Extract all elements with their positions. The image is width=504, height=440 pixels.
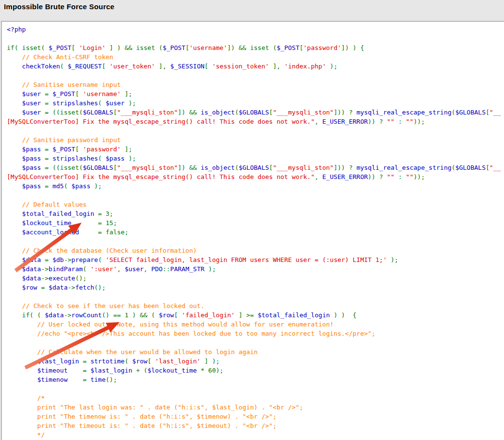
code-token: = false; xyxy=(79,228,129,236)
code-token: = xyxy=(79,358,90,365)
code-token: + ( xyxy=(132,367,147,374)
code-line xyxy=(7,384,504,393)
code-token: [ xyxy=(269,164,273,171)
code-token xyxy=(7,90,22,98)
code-token: ); xyxy=(125,99,136,107)
code-token: (); xyxy=(106,376,117,383)
code-token xyxy=(7,146,22,153)
code-token: = 15; xyxy=(71,219,117,227)
code-token: $_REQUEST xyxy=(67,63,101,70)
code-line: // Default values xyxy=(7,200,504,209)
code-token xyxy=(7,265,22,273)
code-token: = ((isset( xyxy=(41,109,83,116)
code-token: $GLOBALS xyxy=(238,164,269,171)
code-token: ]) && isset ( xyxy=(227,44,277,51)
code-token: -> xyxy=(41,275,49,282)
code-token: [ xyxy=(486,109,489,116)
code-line: $user = ((isset($GLOBALS["___mysqli_ston… xyxy=(7,108,504,117)
code-line: // Check the database (Check user inform… xyxy=(7,246,504,255)
code-token: ); xyxy=(387,256,398,263)
code-token: // Check the database (Check user inform… xyxy=(7,247,197,254)
code-token: "___mysqli_ston" xyxy=(273,109,334,116)
code-token: = xyxy=(67,367,90,374)
code-token: ( xyxy=(60,63,68,70)
code-token: time xyxy=(90,376,105,383)
code-token: stripslashes xyxy=(52,155,98,162)
code-token: $pass xyxy=(22,182,41,190)
code-token: $_POST xyxy=(49,44,71,51)
code-token xyxy=(7,275,22,282)
code-token: ( xyxy=(452,164,455,171)
source-code: <?php if( isset( $_POST[ 'Login' ] ) && … xyxy=(2,22,504,440)
code-line: checkToken( $_REQUEST[ 'user_token' ], $… xyxy=(7,62,504,71)
code-token: $_SESSION xyxy=(170,63,204,70)
code-line: $pass = $_POST[ 'password' ]; xyxy=(7,145,504,154)
code-line: $timenow = time(); xyxy=(7,375,504,384)
code-token: $GLOBALS xyxy=(83,109,114,116)
code-token: // Sanitise username input xyxy=(7,81,121,88)
code-token: $total_failed_login xyxy=(258,311,330,319)
code-token: ( xyxy=(125,358,133,365)
code-token xyxy=(7,256,22,263)
code-line: $data->bindParam( ':user', $user, PDO::P… xyxy=(7,264,504,274)
code-token: "" xyxy=(387,118,395,125)
code-token: $GLOBALS xyxy=(83,164,114,171)
code-token: prepare xyxy=(71,256,98,263)
code-token: $GLOBALS xyxy=(238,109,269,116)
code-token: , xyxy=(117,265,125,273)
code-line: $pass = ((isset($GLOBALS["___mysqli_ston… xyxy=(7,163,504,172)
code-token: ] >= xyxy=(235,311,258,319)
code-token: [ xyxy=(174,311,182,319)
code-token: 'index.php' xyxy=(284,63,326,70)
code-line: // Sanitise password input xyxy=(7,135,504,145)
code-token: PDO xyxy=(151,265,162,273)
page-title: Impossible Brute Force Source xyxy=(0,0,504,11)
code-token: ( xyxy=(452,109,455,116)
code-line: $pass = stripslashes( $pass ); xyxy=(7,154,504,163)
code-line: $data = $db->prepare( 'SELECT failed_log… xyxy=(7,255,504,264)
code-token: // Sanitise password input xyxy=(7,136,121,144)
code-token: "__ xyxy=(489,109,501,116)
code-token xyxy=(7,99,22,107)
code-token: ); xyxy=(125,155,136,162)
code-token: ]) ) { xyxy=(341,44,364,51)
code-token: (); xyxy=(94,284,105,291)
code-token: */ xyxy=(7,431,45,439)
code-token: ); xyxy=(204,265,216,273)
code-token: [ xyxy=(71,44,79,51)
code-token: <?php xyxy=(7,26,26,33)
code-line: // Check Anti-CSRF token xyxy=(7,52,504,62)
code-line: print "The last login was: " . date ("h:… xyxy=(7,403,504,412)
code-token: $data xyxy=(22,265,41,273)
code-token: :: xyxy=(163,265,170,273)
code-token: //echo "<pre><br />This account has been… xyxy=(7,330,375,337)
code-line: $lockout_time = 15; xyxy=(7,218,504,228)
code-token: ); xyxy=(90,182,101,190)
code-token: ]) && xyxy=(178,109,201,116)
code-token: E_USER_ERROR xyxy=(322,173,368,180)
code-token: = xyxy=(41,182,52,190)
code-token: ( xyxy=(98,256,106,263)
code-token: "___mysqli_ston" xyxy=(117,164,178,171)
code-token: = xyxy=(41,256,52,263)
code-token: 'Login' xyxy=(79,44,106,51)
code-token: )); xyxy=(413,173,424,180)
code-token xyxy=(7,376,37,383)
code-token: () == 1 ) && ( xyxy=(102,311,159,319)
code-line: $timeout = $last_login + ($lockout_time … xyxy=(7,366,504,375)
code-line: <?php xyxy=(7,25,504,34)
code-token: if( ( xyxy=(7,311,45,319)
code-token xyxy=(7,164,22,171)
code-token: "" xyxy=(406,173,414,180)
code-token: : xyxy=(394,173,405,180)
code-token: 'last_login' xyxy=(155,358,201,365)
code-token: $account_locked xyxy=(22,228,79,236)
code-token: [MySQLConverterToo] Fix the mysql_escape… xyxy=(7,173,315,180)
code-token: ]; xyxy=(121,90,132,98)
code-token: md5 xyxy=(52,182,64,190)
code-token: checkToken xyxy=(22,63,60,70)
code-token: [ xyxy=(204,63,212,70)
code-token: "__ xyxy=(489,164,501,171)
code-token: -> xyxy=(41,265,49,273)
code-token: , xyxy=(315,118,322,125)
